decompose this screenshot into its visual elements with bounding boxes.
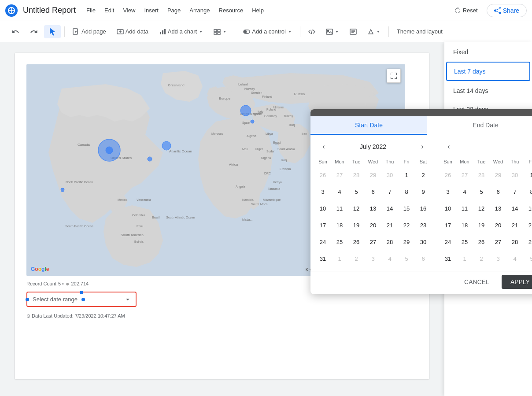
calendar-day[interactable]: 27: [366, 235, 380, 249]
next-month-left-button[interactable]: ›: [416, 141, 429, 153]
prev-month-button[interactable]: ‹: [318, 141, 330, 153]
undo-button[interactable]: [7, 25, 24, 38]
menu-view[interactable]: View: [119, 5, 139, 15]
calendar-day[interactable]: 19: [349, 218, 363, 232]
resize-handle-right[interactable]: [81, 298, 85, 301]
calendar-day[interactable]: 30: [416, 235, 430, 249]
end-date-tab[interactable]: End Date: [427, 116, 532, 135]
add-chart-button[interactable]: Add a chart: [155, 26, 208, 38]
calendar-day[interactable]: 3: [366, 252, 380, 266]
calendar-day[interactable]: 13: [366, 201, 380, 215]
calendar-day[interactable]: 8: [399, 185, 414, 199]
dropdown-last14days[interactable]: Last 14 days: [446, 82, 530, 100]
date-range-control[interactable]: Select date range: [26, 292, 137, 307]
calendar-day[interactable]: 29: [399, 235, 414, 249]
dropdown-last7days[interactable]: Last 7 days: [446, 62, 530, 81]
calendar-day[interactable]: 21: [383, 218, 397, 232]
calendar-day[interactable]: 21: [508, 218, 522, 232]
calendar-day[interactable]: 29: [525, 235, 532, 249]
calendar-day[interactable]: 8: [525, 185, 532, 199]
calendar-day[interactable]: 27: [332, 168, 347, 182]
calendar-day[interactable]: 17: [441, 218, 455, 232]
calendar-day[interactable]: 7: [508, 185, 522, 199]
start-date-tab[interactable]: Start Date: [310, 116, 427, 135]
cancel-button[interactable]: CANCEL: [455, 275, 498, 289]
text-button[interactable]: [345, 26, 361, 38]
calendar-day[interactable]: 5: [349, 185, 363, 199]
image-button[interactable]: [321, 26, 344, 38]
calendar-day[interactable]: 29: [491, 168, 505, 182]
calendar-day[interactable]: 9: [416, 185, 430, 199]
redo-button[interactable]: [26, 25, 42, 38]
calendar-day[interactable]: 15: [399, 201, 414, 215]
calendar-day[interactable]: 28: [383, 235, 397, 249]
menu-edit[interactable]: Edit: [101, 5, 118, 15]
dropdown-fixed[interactable]: Fixed: [446, 43, 530, 61]
calendar-day[interactable]: 1: [525, 168, 532, 182]
menu-page[interactable]: Page: [164, 5, 184, 15]
calendar-day[interactable]: 17: [316, 218, 330, 232]
calendar-day[interactable]: 26: [349, 235, 363, 249]
calendar-day[interactable]: 10: [441, 201, 455, 215]
calendar-day[interactable]: 27: [458, 168, 472, 182]
map-expand-button[interactable]: [387, 69, 401, 83]
calendar-day[interactable]: 30: [508, 168, 522, 182]
calendar-day[interactable]: 12: [349, 201, 363, 215]
calendar-day[interactable]: 3: [491, 252, 505, 266]
calendar-day[interactable]: 20: [491, 218, 505, 232]
calendar-day[interactable]: 6: [416, 252, 430, 266]
select-tool-button[interactable]: [44, 25, 61, 38]
calendar-day[interactable]: 1: [399, 168, 414, 182]
add-scorecard-button[interactable]: [209, 26, 231, 38]
calendar-day[interactable]: 22: [399, 218, 414, 232]
calendar-day[interactable]: 27: [491, 235, 505, 249]
calendar-day[interactable]: 30: [383, 168, 397, 182]
calendar-day[interactable]: 2: [416, 168, 430, 182]
calendar-day[interactable]: 14: [383, 201, 397, 215]
resize-handle-left[interactable]: [26, 298, 29, 301]
prev-month-right-button[interactable]: ‹: [443, 141, 455, 153]
menu-arrange[interactable]: Arrange: [186, 5, 213, 15]
calendar-day[interactable]: 2: [474, 252, 488, 266]
calendar-day[interactable]: 13: [491, 201, 505, 215]
calendar-day[interactable]: 16: [416, 201, 430, 215]
calendar-day[interactable]: 11: [458, 201, 472, 215]
calendar-day[interactable]: 24: [316, 235, 330, 249]
calendar-day[interactable]: 26: [316, 168, 330, 182]
menu-insert[interactable]: Insert: [140, 5, 162, 15]
calendar-day[interactable]: 29: [366, 168, 380, 182]
calendar-day[interactable]: 18: [332, 218, 347, 232]
theme-button[interactable]: Theme and layout: [392, 26, 447, 37]
calendar-day[interactable]: 28: [508, 235, 522, 249]
resize-handle-bottom[interactable]: [80, 291, 83, 294]
add-control-button[interactable]: Add a control: [239, 26, 296, 38]
calendar-day[interactable]: 4: [332, 185, 347, 199]
calendar-day[interactable]: 24: [441, 235, 455, 249]
calendar-day[interactable]: 18: [458, 218, 472, 232]
calendar-day[interactable]: 4: [383, 252, 397, 266]
calendar-day[interactable]: 5: [474, 185, 488, 199]
add-data-button[interactable]: Add data: [112, 26, 153, 38]
calendar-day[interactable]: 26: [474, 235, 488, 249]
menu-file[interactable]: File: [83, 5, 99, 15]
calendar-day[interactable]: 31: [316, 252, 330, 266]
calendar-day[interactable]: 26: [441, 168, 455, 182]
calendar-day[interactable]: 7: [383, 185, 397, 199]
calendar-day[interactable]: 22: [525, 218, 532, 232]
calendar-day[interactable]: 3: [316, 185, 330, 199]
calendar-day[interactable]: 5: [525, 252, 532, 266]
calendar-day[interactable]: 31: [441, 252, 455, 266]
calendar-day[interactable]: 1: [458, 252, 472, 266]
calendar-day[interactable]: 23: [416, 218, 430, 232]
calendar-day[interactable]: 6: [491, 185, 505, 199]
calendar-day[interactable]: 4: [508, 252, 522, 266]
menu-resource[interactable]: Resource: [215, 5, 247, 15]
share-button[interactable]: Share: [487, 4, 527, 17]
calendar-day[interactable]: 28: [349, 168, 363, 182]
add-page-button[interactable]: Add page: [68, 26, 111, 38]
calendar-day[interactable]: 12: [474, 201, 488, 215]
calendar-day[interactable]: 28: [474, 168, 488, 182]
calendar-day[interactable]: 14: [508, 201, 522, 215]
calendar-day[interactable]: 2: [349, 252, 363, 266]
calendar-day[interactable]: 3: [441, 185, 455, 199]
